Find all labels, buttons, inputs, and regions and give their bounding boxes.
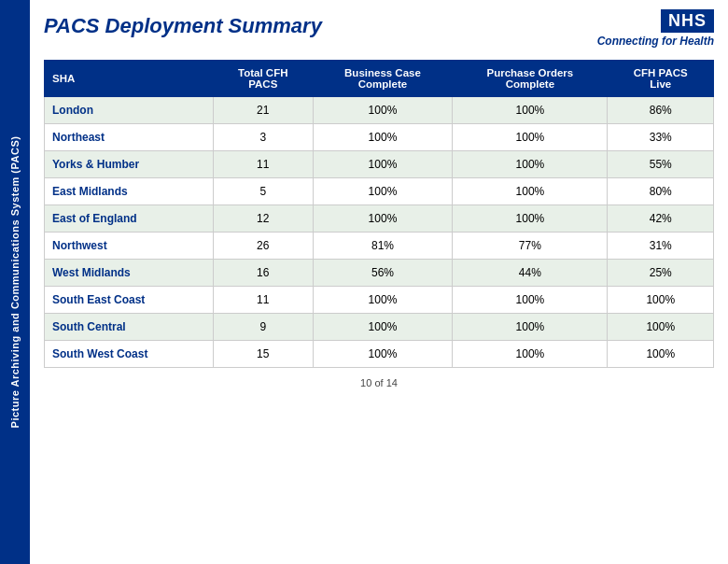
cell-live: 86% bbox=[608, 97, 714, 124]
cell-sha: South West Coast bbox=[45, 341, 214, 368]
cell-poc: 100% bbox=[453, 205, 608, 233]
cell-bcc: 100% bbox=[313, 314, 453, 341]
table-row: South West Coast15100%100%100% bbox=[45, 341, 714, 368]
cell-sha: South Central bbox=[45, 314, 214, 341]
cell-sha: West Midlands bbox=[45, 260, 214, 287]
table-row: Yorks & Humber11100%100%55% bbox=[45, 151, 714, 178]
nhs-subtitle: Connecting for Health bbox=[597, 35, 714, 48]
cell-total: 5 bbox=[213, 178, 313, 205]
cell-bcc: 100% bbox=[313, 151, 453, 178]
cell-bcc: 81% bbox=[313, 233, 453, 260]
table-row: Northwest2681%77%31% bbox=[45, 233, 714, 260]
cell-live: 33% bbox=[608, 124, 714, 151]
cell-total: 11 bbox=[213, 151, 313, 178]
cell-total: 15 bbox=[213, 341, 313, 368]
cell-poc: 44% bbox=[453, 260, 608, 287]
cell-poc: 100% bbox=[453, 178, 608, 205]
cell-bcc: 100% bbox=[313, 287, 453, 314]
table-row: South Central9100%100%100% bbox=[45, 314, 714, 341]
deployment-table: SHA Total CFHPACS Business CaseComplete … bbox=[44, 60, 714, 368]
col-header-poc: Purchase OrdersComplete bbox=[453, 61, 608, 97]
col-header-sha: SHA bbox=[45, 61, 214, 97]
header: PACS Deployment Summary NHS Connecting f… bbox=[30, 0, 728, 55]
cell-bcc: 100% bbox=[313, 341, 453, 368]
col-header-live: CFH PACSLive bbox=[608, 61, 714, 97]
cell-sha: London bbox=[45, 97, 214, 124]
table-row: Northeast3100%100%33% bbox=[45, 124, 714, 151]
cell-total: 3 bbox=[213, 124, 313, 151]
cell-sha: East Midlands bbox=[45, 178, 214, 205]
cell-total: 12 bbox=[213, 205, 313, 233]
cell-poc: 100% bbox=[453, 151, 608, 178]
cell-poc: 100% bbox=[453, 97, 608, 124]
cell-bcc: 100% bbox=[313, 97, 453, 124]
cell-live: 100% bbox=[608, 341, 714, 368]
cell-live: 25% bbox=[608, 260, 714, 287]
cell-sha: Yorks & Humber bbox=[45, 151, 214, 178]
table-container: SHA Total CFHPACS Business CaseComplete … bbox=[30, 60, 728, 368]
col-header-total: Total CFHPACS bbox=[213, 61, 313, 97]
cell-bcc: 100% bbox=[313, 124, 453, 151]
main-content: PACS Deployment Summary NHS Connecting f… bbox=[30, 0, 728, 564]
nhs-badge: NHS bbox=[661, 9, 714, 33]
cell-poc: 100% bbox=[453, 124, 608, 151]
cell-sha: Northwest bbox=[45, 233, 214, 260]
cell-total: 9 bbox=[213, 314, 313, 341]
table-row: London21100%100%86% bbox=[45, 97, 714, 124]
cell-total: 26 bbox=[213, 233, 313, 260]
cell-poc: 100% bbox=[453, 287, 608, 314]
table-header-row: SHA Total CFHPACS Business CaseComplete … bbox=[45, 61, 714, 97]
table-row: West Midlands1656%44%25% bbox=[45, 260, 714, 287]
cell-poc: 77% bbox=[453, 233, 608, 260]
table-row: East Midlands5100%100%80% bbox=[45, 178, 714, 205]
cell-live: 100% bbox=[608, 314, 714, 341]
cell-live: 42% bbox=[608, 205, 714, 233]
cell-sha: East of England bbox=[45, 205, 214, 233]
cell-live: 80% bbox=[608, 178, 714, 205]
footer-pagination: 10 of 14 bbox=[30, 377, 728, 388]
table-row: South East Coast11100%100%100% bbox=[45, 287, 714, 314]
pagination-text: 10 of 14 bbox=[360, 377, 398, 388]
cell-poc: 100% bbox=[453, 341, 608, 368]
cell-total: 21 bbox=[213, 97, 313, 124]
cell-live: 55% bbox=[608, 151, 714, 178]
cell-bcc: 100% bbox=[313, 178, 453, 205]
cell-sha: Northeast bbox=[45, 124, 214, 151]
cell-total: 11 bbox=[213, 287, 313, 314]
nhs-logo: NHS Connecting for Health bbox=[597, 9, 714, 48]
cell-poc: 100% bbox=[453, 314, 608, 341]
sidebar-label: Picture Archiving and Communications Sys… bbox=[9, 136, 21, 429]
cell-bcc: 100% bbox=[313, 205, 453, 233]
cell-sha: South East Coast bbox=[45, 287, 214, 314]
cell-live: 31% bbox=[608, 233, 714, 260]
table-row: East of England12100%100%42% bbox=[45, 205, 714, 233]
left-sidebar-bar: Picture Archiving and Communications Sys… bbox=[0, 0, 30, 564]
cell-bcc: 56% bbox=[313, 260, 453, 287]
cell-live: 100% bbox=[608, 287, 714, 314]
col-header-bcc: Business CaseComplete bbox=[313, 61, 453, 97]
page-title: PACS Deployment Summary bbox=[44, 14, 322, 38]
cell-total: 16 bbox=[213, 260, 313, 287]
